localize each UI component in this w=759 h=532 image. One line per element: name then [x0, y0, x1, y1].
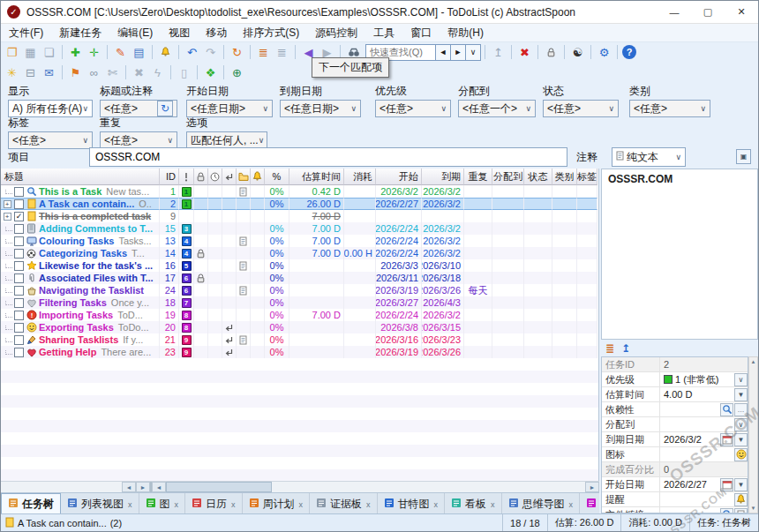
menu-item[interactable]: 窗口: [402, 24, 440, 42]
filter-combo[interactable]: <任意>↻: [100, 100, 177, 117]
column-header[interactable]: 分配到: [492, 169, 524, 185]
close-icon[interactable]: x: [434, 500, 439, 509]
task-checkbox[interactable]: [14, 273, 24, 283]
title-scroll-track[interactable]: ◄►: [1, 482, 152, 492]
task-title-cell[interactable]: Exporting TasksToDo...: [1, 321, 160, 333]
edit-notes-icon[interactable]: ▤: [131, 44, 147, 61]
column-header[interactable]: 估算时间: [289, 169, 344, 185]
flag-task-icon[interactable]: ⚑: [67, 64, 84, 81]
menu-item[interactable]: 帮助(H): [440, 24, 492, 42]
column-header[interactable]: 标题: [1, 169, 160, 185]
tab-词云[interactable]: 词云: [580, 493, 599, 515]
new-task-icon[interactable]: ✚: [67, 44, 84, 61]
comments-format-icon[interactable]: ≣: [605, 342, 614, 355]
clock-icon[interactable]: [208, 169, 222, 185]
chevron-down-icon[interactable]: ∨: [734, 418, 748, 431]
table-row[interactable]: Associated Files with T...1760%2026/3/11…: [1, 272, 598, 284]
table-row[interactable]: Getting HelpThere are...2390%2026/3/1920…: [1, 346, 598, 358]
column-header[interactable]: 消耗: [344, 169, 376, 185]
save-all-icon[interactable]: ❏: [41, 44, 57, 61]
column-header[interactable]: 重复: [464, 169, 492, 185]
ellipsis-button[interactable]: …: [734, 403, 748, 416]
tab-周计划[interactable]: 周计划x: [243, 493, 311, 515]
filter-combo[interactable]: <任意一个>∨: [458, 100, 536, 117]
column-header[interactable]: 类别: [552, 169, 577, 185]
menu-item[interactable]: 源码控制: [307, 24, 365, 42]
find-previous-button[interactable]: ◄: [436, 44, 451, 61]
menu-item[interactable]: 文件(F): [1, 24, 51, 42]
redo-icon[interactable]: ↷: [202, 44, 219, 61]
attribute-value[interactable]: 4.00 D: [660, 389, 733, 400]
filter-combo[interactable]: <任意>∨: [629, 100, 710, 117]
refresh-icon[interactable]: ↻: [157, 101, 173, 116]
scroll-left-icon[interactable]: ◄: [152, 482, 166, 492]
task-checkbox[interactable]: [14, 286, 24, 296]
close-icon[interactable]: x: [231, 500, 236, 509]
menu-item[interactable]: 编辑(E): [109, 24, 161, 42]
scroll-thumb[interactable]: [166, 482, 272, 492]
delete-task-icon[interactable]: ✖: [516, 44, 533, 61]
expand-box[interactable]: +: [4, 213, 11, 221]
expand-icon[interactable]: +: [2, 213, 12, 221]
new-subtask-icon[interactable]: ✛: [86, 44, 102, 61]
maximize-comments-icon[interactable]: ≣: [274, 44, 290, 61]
comments-popout-button[interactable]: ▣: [736, 149, 751, 164]
table-row[interactable]: !Importing TasksToD...1980%7.00 D2026/2/…: [1, 309, 598, 321]
task-checkbox[interactable]: [14, 311, 24, 320]
close-button[interactable]: ✕: [725, 1, 758, 23]
task-title-cell[interactable]: Colouring TasksTasks...: [1, 235, 160, 247]
table-row[interactable]: This is a TaskNew tas...110%0.42 D2026/3…: [1, 185, 598, 198]
task-title-cell[interactable]: Getting HelpThere are...: [1, 346, 160, 358]
attribute-value[interactable]: 2026/3/2: [660, 434, 719, 445]
task-title-cell[interactable]: +✓This is a completed task: [1, 210, 160, 222]
task-checkbox[interactable]: [14, 199, 24, 209]
column-header[interactable]: 到期: [422, 169, 464, 185]
time-track-icon[interactable]: ☯: [569, 44, 586, 61]
lock-tasklist-icon[interactable]: [543, 44, 560, 61]
filter-combo[interactable]: <任意日期>∨: [186, 100, 273, 117]
task-checkbox[interactable]: [14, 249, 24, 259]
table-row[interactable]: +A Task can contain...O..210%26.00 D2026…: [1, 198, 598, 210]
scroll-right-icon[interactable]: ►: [585, 482, 599, 492]
task-checkbox[interactable]: [14, 261, 24, 271]
task-title-cell[interactable]: Associated Files with T...: [1, 272, 160, 284]
tab-任务树[interactable]: 任务树: [1, 493, 61, 515]
filter-combo[interactable]: A) 所有任务(A)∨: [8, 100, 93, 117]
comments-format-combo[interactable]: 纯文本 ∨: [612, 147, 686, 167]
columns-scroll-track[interactable]: ◄►: [152, 482, 599, 492]
search-icon[interactable]: [720, 403, 733, 416]
comments-panel[interactable]: OSSSR.COM: [601, 169, 758, 340]
scroll-left-icon[interactable]: ◄: [122, 482, 136, 492]
scroll-up-icon[interactable]: ▲: [751, 357, 756, 366]
cancel-icon[interactable]: ✖: [131, 64, 147, 81]
chevron-down-icon[interactable]: ▼: [734, 433, 748, 446]
task-title-cell[interactable]: Filtering TasksOnce y...: [1, 296, 160, 309]
table-row[interactable]: Sharing TasklistsIf y...2190%2026/3/1620…: [1, 333, 598, 346]
undo-icon[interactable]: ↶: [184, 44, 200, 61]
smiley-icon[interactable]: [734, 448, 748, 461]
tab-证据板[interactable]: 证据板x: [310, 493, 378, 515]
task-title-cell[interactable]: This is a TaskNew tas...: [1, 185, 160, 198]
menu-item[interactable]: 视图: [161, 24, 198, 42]
table-row[interactable]: +✓This is a completed task97.00 D: [1, 210, 598, 222]
maximize-button[interactable]: ▢: [691, 1, 725, 23]
find-next-button[interactable]: ►: [451, 44, 466, 61]
table-row[interactable]: Colouring TasksTasks...1340%7.00 D2026/2…: [1, 235, 598, 247]
attribute-value[interactable]: 2026/2/27: [660, 479, 719, 490]
print-icon[interactable]: ⊟: [22, 64, 39, 81]
column-header[interactable]: %: [265, 169, 289, 185]
web-update-icon[interactable]: ⊕: [229, 64, 245, 81]
column-header[interactable]: 状态: [524, 169, 552, 185]
cleanup-icon[interactable]: ✄: [104, 64, 121, 81]
filter-combo[interactable]: <任意>∨: [543, 100, 619, 117]
expand-icon[interactable]: +: [2, 200, 12, 208]
new-tasklist-icon[interactable]: ✳: [4, 64, 20, 81]
table-row[interactable]: Exporting TasksToDo...2080%2026/3/82026/…: [1, 321, 598, 333]
close-icon[interactable]: x: [128, 500, 132, 509]
task-checkbox[interactable]: [14, 335, 24, 345]
task-title-cell[interactable]: Sharing TasklistsIf y...: [1, 333, 160, 346]
attribute-value[interactable]: 1 (非常低): [660, 373, 733, 386]
close-icon[interactable]: x: [491, 500, 495, 509]
calendar-icon[interactable]: [720, 433, 733, 446]
tab-日历[interactable]: 日历x: [185, 493, 243, 515]
